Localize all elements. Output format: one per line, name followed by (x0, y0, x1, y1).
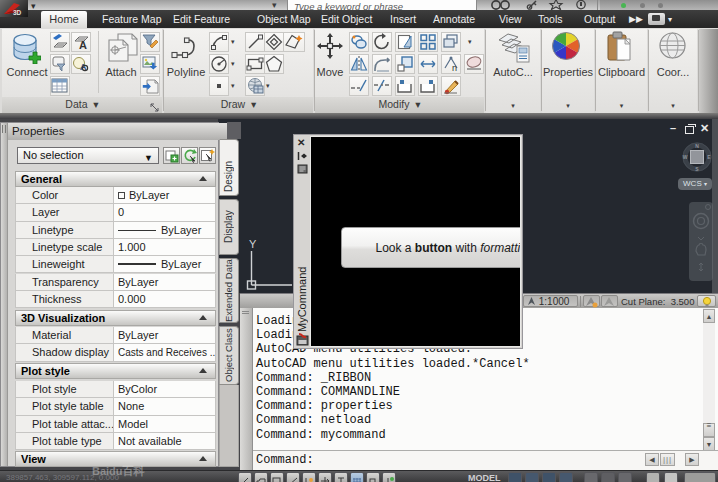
svg-text:N: N (695, 143, 699, 149)
svg-text:n: n (452, 63, 457, 73)
svg-text:W: W (683, 154, 688, 160)
svg-text:Y: Y (249, 238, 257, 250)
svg-text:A: A (79, 39, 87, 51)
